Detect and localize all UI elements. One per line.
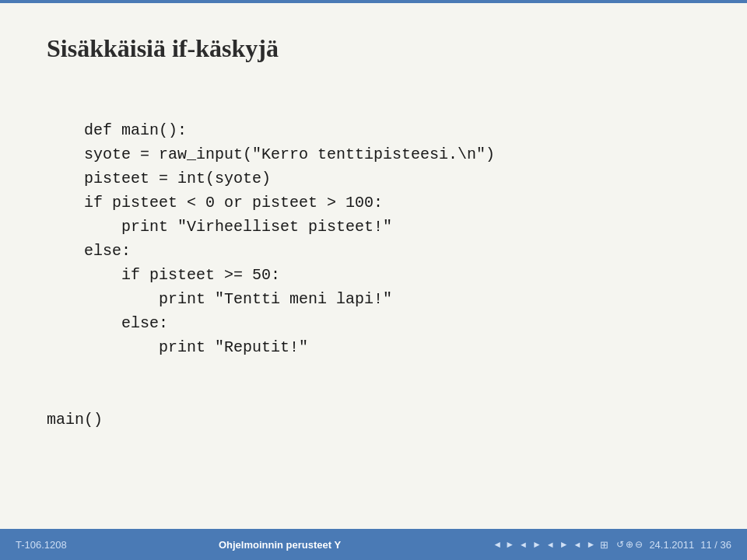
code-line-5: print "Virheelliset pisteet!" <box>47 218 392 236</box>
slide-title: Sisäkkäisiä if-käskyjä <box>47 34 700 63</box>
slide-content: Sisäkkäisiä if-käskyjä def main(): syote… <box>0 3 747 529</box>
zoom-out-icon[interactable]: ↺ <box>616 539 624 550</box>
nav-prev-icon[interactable]: ► <box>505 539 514 550</box>
nav-section-prev[interactable]: ► <box>532 539 542 550</box>
code-line-9: else: <box>47 314 168 332</box>
code-line-6: else: <box>47 242 131 260</box>
search-icon[interactable]: ⊖ <box>635 539 643 550</box>
nav-separator-1: ◄ <box>519 540 528 549</box>
nav-first-icon[interactable]: ◄ <box>493 539 502 550</box>
footer-page: 11 / 36 <box>700 539 731 551</box>
code-line-7: if pisteet >= 50: <box>47 266 280 284</box>
code-line-3: pisteet = int(syote) <box>47 170 271 187</box>
nav-next-icon[interactable]: ► <box>587 539 596 550</box>
date-label: 24.1.2011 <box>649 539 694 551</box>
nav-separator-2: ◄ <box>546 540 555 549</box>
zoom-in-icon[interactable]: ⊕ <box>626 539 633 550</box>
course-name: Ohjelmoinnin perusteet Y <box>219 539 341 551</box>
code-line-1: def main(): <box>84 121 187 139</box>
bottom-right-group: ◄ ► ◄ ► ◄ ► ◄ ► ⊞ ↺ ⊕ ⊖ 24.1.2011 11 / 3… <box>493 539 731 551</box>
code-line-call: main() <box>47 411 103 429</box>
code-line-2: syote = raw_input("Kerro tenttipisteesi.… <box>47 145 495 163</box>
code-line-4: if pisteet < 0 or pisteet > 100: <box>47 194 383 212</box>
nav-section-next[interactable]: ► <box>559 539 569 550</box>
course-code: T-106.1208 <box>16 539 67 551</box>
nav-icons[interactable]: ◄ ► ◄ ► ◄ ► ◄ ► ⊞ <box>493 539 610 551</box>
code-line-blank <box>47 387 56 404</box>
code-line-8: print "Tentti meni lapi!" <box>47 290 392 308</box>
nav-separator-3: ◄ <box>573 540 582 549</box>
code-line-10: print "Reputit!" <box>47 338 308 356</box>
bottom-bar: T-106.1208 Ohjelmoinnin perusteet Y ◄ ► … <box>0 529 747 560</box>
nav-grid-icon[interactable]: ⊞ <box>600 539 608 551</box>
zoom-icons[interactable]: ↺ ⊕ ⊖ <box>616 539 643 550</box>
code-block: def main(): syote = raw_input("Kerro ten… <box>47 94 700 456</box>
page-label: 11 / 36 <box>700 539 731 551</box>
footer-date: 24.1.2011 <box>649 539 694 551</box>
